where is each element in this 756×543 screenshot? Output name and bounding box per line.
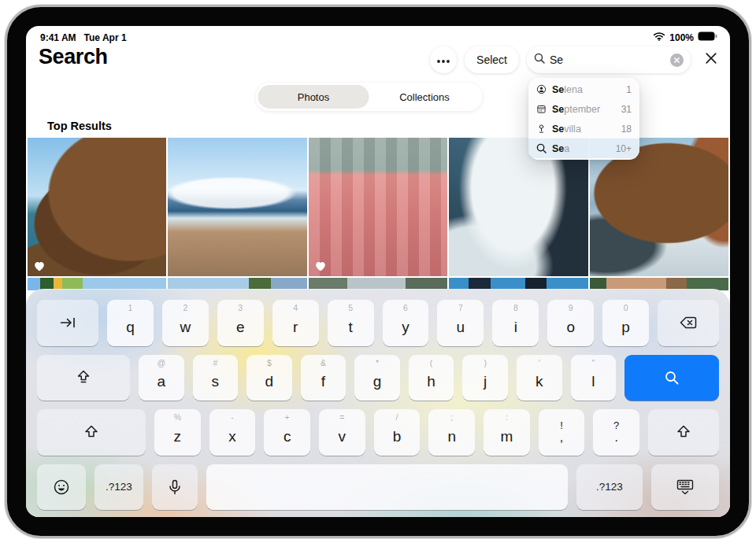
key-d[interactable]: $d	[246, 355, 292, 401]
key-c[interactable]: +c	[264, 409, 310, 456]
key-g[interactable]: *g	[354, 355, 400, 401]
key-shift-left[interactable]	[37, 409, 146, 456]
key-shift-right[interactable]	[648, 409, 719, 456]
photo-rocky-cliff-sea[interactable]	[28, 138, 166, 276]
key-numbers-left[interactable]: .?123	[94, 464, 143, 511]
search-suggestions-dropdown: Selena1September31Sevilla18Sea10+	[528, 78, 639, 160]
keyboard-row: %z-x+c=v/b;n:m!,?.	[37, 409, 719, 456]
emoji-icon	[52, 478, 71, 497]
keyboard-rows: 1q2w3e4r5t6y7u8i9o0p@a#s$d&f*g(h)j'k"l%z…	[37, 300, 719, 510]
key-a[interactable]: @a	[139, 355, 184, 401]
key-p[interactable]: 0p	[602, 300, 649, 346]
wifi-icon	[653, 31, 665, 43]
close-icon	[703, 50, 719, 69]
key-m[interactable]: :m	[484, 409, 530, 456]
key-dictation[interactable]	[152, 464, 198, 511]
key-l[interactable]: "l	[571, 355, 617, 401]
status-bar-left: 9:41 AM Tue Apr 1	[40, 32, 127, 43]
suggestion-count: 1	[626, 84, 632, 95]
search-key-icon	[663, 369, 680, 386]
key-tab[interactable]	[37, 300, 98, 346]
status-time: 9:41 AM	[40, 32, 76, 43]
photos-collections-segmented-control: Photos Collections	[255, 83, 482, 111]
status-bar-right: 100%	[653, 31, 717, 43]
tab-photos[interactable]: Photos	[258, 85, 369, 109]
ipad-device-frame: 9:41 AM Tue Apr 1 100% Search Select Se	[5, 5, 751, 538]
key-z[interactable]: %z	[154, 409, 201, 456]
key-t[interactable]: 5t	[328, 300, 374, 346]
favorite-heart-icon	[315, 261, 326, 272]
backspace-icon	[678, 312, 699, 333]
keyboard-row: 1q2w3e4r5t6y7u8i9o0p	[37, 300, 719, 346]
suggestion-count: 18	[621, 124, 632, 135]
battery-percent: 100%	[669, 32, 694, 43]
suggestion-label: Sea	[552, 143, 610, 154]
suggestion-label: September	[552, 104, 616, 115]
location-icon	[536, 124, 547, 134]
more-button[interactable]	[430, 46, 457, 73]
tab-icon	[58, 313, 77, 332]
search-value: Se	[550, 54, 665, 66]
key-v[interactable]: =v	[319, 409, 365, 456]
key-j[interactable]: )j	[462, 355, 508, 401]
key-s[interactable]: #s	[193, 355, 239, 401]
key-question-period[interactable]: ?.	[593, 409, 639, 456]
section-title: Top Results	[47, 120, 112, 132]
key-q[interactable]: 1q	[107, 300, 154, 346]
shift-icon	[674, 423, 693, 441]
key-i[interactable]: 8i	[492, 300, 539, 346]
screen: 9:41 AM Tue Apr 1 100% Search Select Se	[26, 26, 730, 517]
key-emoji[interactable]	[37, 464, 86, 511]
capslock-icon	[74, 368, 93, 387]
favorite-heart-icon	[34, 261, 45, 272]
key-w[interactable]: 2w	[162, 300, 209, 346]
suggestion-selena[interactable]: Selena1	[528, 79, 639, 99]
calendar-icon	[536, 104, 547, 114]
key-caps-lock[interactable]	[37, 355, 130, 401]
key-k[interactable]: 'k	[517, 355, 562, 401]
key-x[interactable]: -x	[209, 409, 256, 456]
tab-collections[interactable]: Collections	[369, 85, 480, 109]
key-y[interactable]: 6y	[383, 300, 429, 346]
key-backspace[interactable]	[658, 300, 719, 346]
suggestion-sevilla[interactable]: Sevilla18	[528, 119, 639, 139]
key-space[interactable]	[206, 464, 568, 511]
battery-icon	[698, 31, 717, 43]
key-o[interactable]: 9o	[547, 300, 594, 346]
person-icon	[536, 84, 547, 94]
suggestion-label: Sevilla	[552, 124, 616, 135]
page-title: Search	[39, 45, 108, 69]
shift-icon	[82, 423, 101, 441]
suggestion-label: Selena	[552, 84, 621, 95]
search-input[interactable]: Se	[527, 46, 691, 73]
header-controls: Select Se	[430, 46, 724, 73]
search-icon	[536, 143, 547, 153]
select-button[interactable]: Select	[465, 46, 519, 73]
key-dismiss-keyboard[interactable]	[651, 464, 719, 511]
photo-sandy-beach-waves[interactable]	[168, 138, 306, 276]
mic-icon	[165, 478, 184, 497]
search-icon	[534, 53, 545, 67]
key-f[interactable]: &f	[301, 355, 346, 401]
key-exclaim-comma[interactable]: !,	[539, 409, 585, 456]
more-icon	[436, 53, 450, 67]
keyboard-row: @a#s$d&f*g(h)j'k"l	[37, 355, 719, 401]
key-search-return[interactable]	[624, 355, 719, 401]
key-r[interactable]: 4r	[272, 300, 319, 346]
suggestion-count: 10+	[616, 143, 632, 154]
suggestion-sea[interactable]: Sea10+	[528, 139, 639, 158]
keyboard-dismiss-icon	[675, 477, 695, 497]
suggestion-count: 31	[621, 104, 632, 115]
key-b[interactable]: /b	[374, 409, 421, 456]
key-numbers-right[interactable]: .?123	[576, 464, 643, 511]
keyboard-row: .?123.?123	[37, 464, 719, 511]
suggestion-september[interactable]: September31	[528, 99, 639, 119]
photo-pink-architecture-sea[interactable]	[309, 138, 447, 276]
key-e[interactable]: 3e	[217, 300, 264, 346]
close-button[interactable]	[699, 46, 724, 73]
key-u[interactable]: 7u	[437, 300, 484, 346]
clear-icon[interactable]	[670, 54, 684, 67]
key-n[interactable]: ;n	[428, 409, 475, 456]
status-date: Tue Apr 1	[84, 32, 127, 43]
key-h[interactable]: (h	[409, 355, 454, 401]
